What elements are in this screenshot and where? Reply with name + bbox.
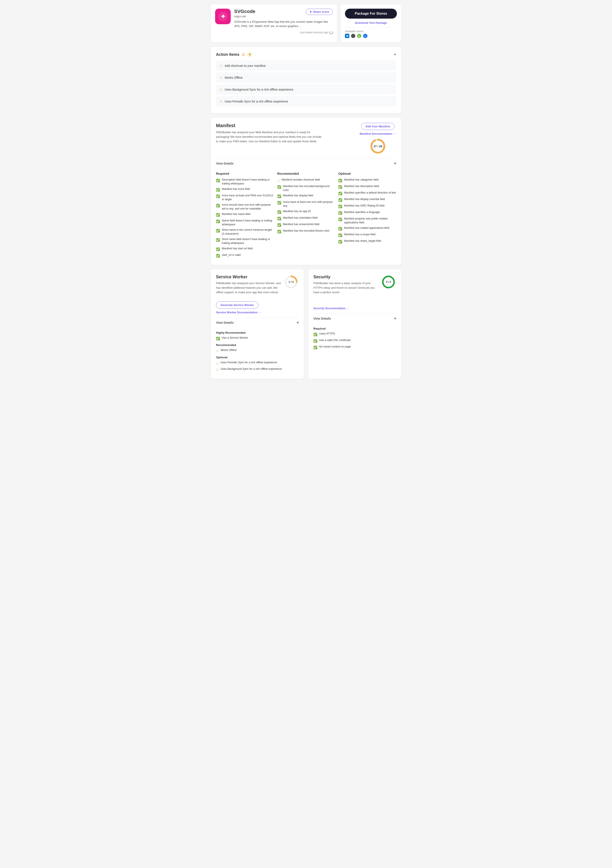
meta-store-icon: ∞ xyxy=(363,34,367,38)
warn-icon-3: ⚠ xyxy=(219,87,222,91)
manifest-recommended-col: Recommended ⚠Manifest includes shortcuts… xyxy=(277,172,335,260)
manifest-check-item: ✅Manifest has an app ID xyxy=(277,209,335,214)
store-icons: ⊞ ▲ ∞ xyxy=(345,34,397,38)
warn-icon-1: ⚠ xyxy=(219,64,222,68)
manifest-required-col: Required ✅Description field doesn't have… xyxy=(216,172,274,260)
action-items-title: Action Items ⚠ 4 xyxy=(216,52,252,57)
sw-description: PWABuilder has analyzed your Service Wor… xyxy=(216,281,281,294)
package-card: Package For Stores Download Test Package… xyxy=(341,4,401,42)
manifest-check-item: ✅Manifest specifies a default direction … xyxy=(338,191,396,196)
sw-details-chevron: ▾ xyxy=(297,320,299,325)
manifest-description: PWABuilder has analyzed your Web Manifes… xyxy=(216,130,324,144)
manifest-check-item: ✅Manifest has hex encoded theme color xyxy=(277,229,335,234)
security-doc-link[interactable]: Security Documentation → xyxy=(313,307,396,310)
manifest-check-item: ✅Icons should have one icon with purpose… xyxy=(216,203,274,211)
sw-doc-link[interactable]: Service Worker Documentation → xyxy=(216,311,299,314)
manifest-check-item: ✅Manifest has IARC Rating ID field xyxy=(338,204,396,209)
security-check-item: ✅No mixed content on page xyxy=(313,345,396,350)
manifest-check-item: ✅Manifest has categories field xyxy=(338,178,396,183)
manifest-check-item: ✅Manifest has start url field xyxy=(216,247,274,251)
security-check-item: ✅Uses HTTPS xyxy=(313,332,396,337)
share-icon: ⬆ xyxy=(309,10,312,13)
apple-store-icon xyxy=(351,34,355,38)
service-worker-section: Service Worker PWABuilder has analyzed y… xyxy=(211,269,304,379)
generate-sw-button[interactable]: Generate Service Worker xyxy=(216,301,258,308)
manifest-check-item: ✅Manifest has icons field xyxy=(216,187,274,192)
sw-security-row: Service Worker PWABuilder has analyzed y… xyxy=(211,269,401,379)
manifest-right: Edit Your Manifest Manifest Documentatio… xyxy=(360,123,396,155)
action-item: ⚠ Works Offline xyxy=(216,73,396,83)
manifest-score-donut: 27 / 28 xyxy=(369,138,387,155)
manifest-check-item: ✅Description field doesn't have leading … xyxy=(216,178,274,186)
warn-icon-2: ⚠ xyxy=(219,76,222,79)
sw-check-item: ⚠Uses Background Sync for a rich offline… xyxy=(216,367,299,372)
available-stores-label: Available stores: xyxy=(345,30,397,33)
manifest-check-item: ✅Manifest properly sets prefer related a… xyxy=(338,217,396,225)
package-button[interactable]: Package For Stores xyxy=(345,9,397,19)
manifest-score-label: 27 / 28 xyxy=(374,145,382,148)
app-name: SVGcode xyxy=(234,9,255,14)
sw-check-item: ✅Has a Service Worker xyxy=(216,336,299,341)
manifest-check-item: ✅Manifest has hex encoded background col… xyxy=(277,184,335,192)
share-button[interactable]: ⬆ Share score xyxy=(306,9,333,15)
download-link[interactable]: Download Test Package xyxy=(355,21,387,25)
action-items-section: Action Items ⚠ 4 ▾ ⚠ Add shortcuts to yo… xyxy=(211,47,401,113)
manifest-check-item: ✅Short name field doesn't have leading o… xyxy=(216,237,274,245)
manifest-check-item: ✅Manifest has screenshots field xyxy=(277,223,335,227)
security-title: Security xyxy=(313,274,378,279)
manifest-check-item: ✅Name field doesn't have leading or trai… xyxy=(216,219,274,226)
windows-store-icon: ⊞ xyxy=(345,34,349,38)
manifest-check-item: ✅Manifest has display override field xyxy=(338,197,396,202)
action-items-chevron[interactable]: ▾ xyxy=(394,52,396,57)
app-description: SVGcode is a Progressive Web App that le… xyxy=(234,20,333,28)
android-store-icon: ▲ xyxy=(357,34,361,38)
manifest-check-item: ✅Manifest has share_target field xyxy=(338,239,396,244)
manifest-details-grid: Required ✅Description field doesn't have… xyxy=(216,169,396,260)
app-url: svgco.de/ xyxy=(234,15,255,18)
security-check-item: ✅Has a valid SSL certificate xyxy=(313,338,396,343)
manifest-check-item: ✅Icons have at least one PNG icon 512x51… xyxy=(216,194,274,202)
edit-manifest-button[interactable]: Edit Your Manifest xyxy=(361,123,395,130)
action-items-badge: 4 xyxy=(247,52,252,57)
manifest-title: Manifest xyxy=(216,123,324,129)
manifest-doc-link[interactable]: Manifest Documentation → xyxy=(360,132,396,135)
manifest-check-item: ✅Manifest has orientation field xyxy=(277,216,335,221)
manifest-check-item: ✅start_url is valid xyxy=(216,253,274,258)
security-doc-arrow: → xyxy=(347,307,349,310)
manifest-check-item: ✅Manifest has description field xyxy=(338,184,396,189)
arrow-icon: → xyxy=(393,132,396,135)
refresh-icon[interactable] xyxy=(329,31,333,34)
security-details-chevron: ▾ xyxy=(394,316,396,321)
svg-text:✦: ✦ xyxy=(221,13,225,20)
sw-details: Highly Recommended ✅Has a Service Worker… xyxy=(216,328,299,372)
warn-icon-4: ⚠ xyxy=(219,99,222,103)
security-description: PWABuilder has done a basic analysis of … xyxy=(313,281,378,294)
sw-score-donut: 1 / 4 xyxy=(283,274,299,290)
sw-check-item: ⚠Uses Periodic Sync for a rich offline e… xyxy=(216,361,299,366)
manifest-check-item: ⚠Manifest includes shortcuts field xyxy=(277,178,335,183)
manifest-check-item: ✅Short name is the correct minimum lengt… xyxy=(216,228,274,236)
manifest-check-item: ✅Icons have at least one icon with purpo… xyxy=(277,200,335,208)
sw-doc-arrow: → xyxy=(259,311,261,314)
manifest-check-item: ✅Manifest has name field xyxy=(216,212,274,217)
manifest-check-item: ✅Manifest has a scope field xyxy=(338,232,396,237)
security-section: Security PWABuilder has done a basic ana… xyxy=(308,269,401,379)
warn-icon-action: ⚠ xyxy=(242,52,245,57)
security-score-label: 3 / 3 xyxy=(386,281,391,284)
manifest-section: Manifest PWABuilder has analyzed your We… xyxy=(211,118,401,265)
security-view-details[interactable]: View Details ▾ xyxy=(313,313,396,324)
app-logo: ✦ xyxy=(215,9,231,24)
sw-view-details[interactable]: View Details ▾ xyxy=(216,318,299,328)
manifest-details-chevron: ▾ xyxy=(394,161,396,166)
manifest-check-item: ✅Manifest has related applications field xyxy=(338,226,396,231)
manifest-optional-col: Optional ✅Manifest has categories field … xyxy=(338,172,396,260)
action-item: ⚠ Uses Background Sync for a rich offlin… xyxy=(216,84,396,95)
manifest-view-details[interactable]: View Details ▾ xyxy=(216,158,396,169)
action-items-list: ⚠ Add shortcuts to your manifest ⚠ Works… xyxy=(216,60,396,106)
sw-title: Service Worker xyxy=(216,274,281,279)
action-item: ⚠ Add shortcuts to your manifest xyxy=(216,60,396,71)
sw-check-item: ⚠Works Offline xyxy=(216,348,299,353)
manifest-check-item: ✅Manifest has display field xyxy=(277,194,335,198)
app-card: ✦ SVGcode svgco.de/ ⬆ Share score xyxy=(211,4,337,42)
last-tested-text: Last tested seconds ago xyxy=(300,31,328,34)
